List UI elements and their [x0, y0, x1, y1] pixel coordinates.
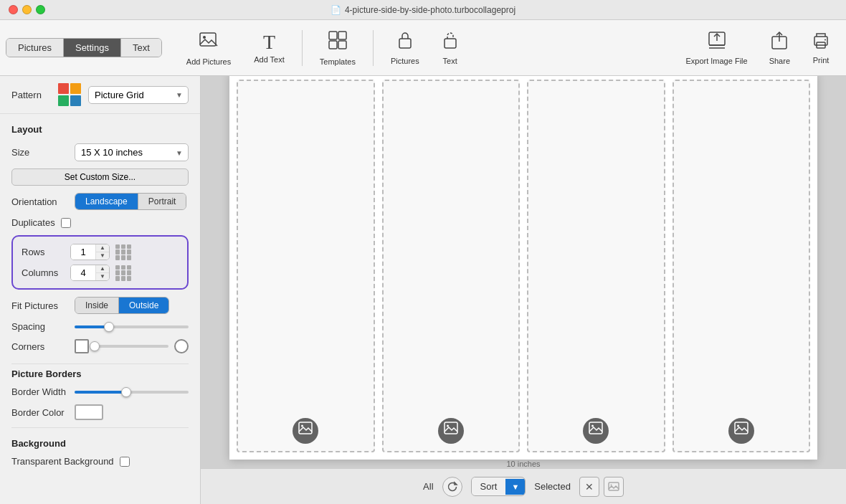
size-select-wrapper: 15 X 10 inches 10 X 8 inches 8 X 6 inche…	[75, 143, 189, 161]
cell-add-button-1[interactable]	[293, 418, 318, 444]
border-color-row: Border Color	[11, 404, 189, 420]
dimensions-label: 10 inches	[506, 460, 540, 468]
rows-increment[interactable]: ▲	[96, 244, 109, 252]
print-action[interactable]: Print	[802, 29, 840, 67]
share-label: Share	[769, 57, 790, 65]
text-lock-icon	[442, 31, 458, 54]
text-lock-label: Text	[443, 57, 457, 65]
svg-rect-25	[609, 482, 619, 490]
share-action[interactable]: Share	[759, 28, 800, 68]
background-title: Background	[11, 438, 189, 449]
close-button[interactable]	[9, 5, 18, 14]
selected-image-button[interactable]	[604, 477, 624, 497]
border-color-label: Border Color	[11, 407, 69, 418]
svg-rect-19	[445, 422, 457, 434]
all-label: All	[423, 481, 433, 492]
tab-text[interactable]: Text	[121, 39, 161, 57]
outside-button[interactable]: Outside	[119, 298, 168, 313]
transparent-label: Transparent Background	[11, 456, 114, 467]
templates-action[interactable]: Templates	[310, 27, 366, 69]
share-icon	[771, 31, 787, 54]
border-width-row: Border Width	[11, 386, 189, 397]
add-text-label: Add Text	[254, 55, 285, 64]
maximize-button[interactable]	[36, 5, 45, 14]
cell-add-button-3[interactable]	[583, 418, 609, 444]
corners-row: Corners	[11, 339, 189, 353]
spacing-label: Spacing	[11, 321, 69, 332]
fit-pictures-label: Fit Pictures	[11, 300, 69, 311]
border-width-thumb[interactable]	[121, 387, 131, 397]
rows-grid-icon[interactable]	[115, 244, 131, 260]
corners-thumb[interactable]	[90, 341, 100, 351]
add-text-icon: T	[263, 32, 275, 52]
columns-grid-icon[interactable]	[115, 265, 131, 281]
columns-decrement[interactable]: ▼	[96, 273, 109, 280]
size-select[interactable]: 15 X 10 inches 10 X 8 inches 8 X 6 inche…	[75, 143, 189, 161]
cell-add-icon-3	[589, 422, 603, 439]
window-title: 📄 4-picture-side-by-side-photo.turbocoll…	[331, 5, 515, 15]
cell-add-button-2[interactable]	[438, 418, 464, 444]
deselect-button[interactable]: ✕	[579, 477, 599, 497]
text-lock-action[interactable]: Text	[432, 28, 468, 68]
pictures-lock-label: Pictures	[391, 57, 419, 65]
templates-icon	[328, 30, 348, 54]
tab-pictures[interactable]: Pictures	[6, 39, 64, 57]
photo-cell-2[interactable]	[382, 80, 521, 452]
rows-row: Rows ▲ ▼	[22, 244, 179, 260]
main-content: Pattern Picture Grid Freestyle Photo Str…	[0, 76, 846, 504]
orientation-row: Orientation Landscape Portrait	[11, 193, 189, 210]
add-text-action[interactable]: T Add Text	[244, 29, 295, 67]
orientation-toggle-group: Landscape Portrait	[75, 193, 186, 210]
pictures-lock-icon	[397, 31, 413, 54]
spacing-thumb[interactable]	[104, 322, 114, 332]
duplicates-row: Duplicates	[11, 217, 189, 228]
columns-label: Columns	[22, 267, 65, 278]
export-label: Export Image File	[685, 57, 747, 65]
minimize-button[interactable]	[22, 5, 32, 14]
columns-input[interactable]	[71, 265, 95, 280]
rows-input[interactable]	[71, 244, 95, 260]
svg-point-1	[203, 36, 206, 39]
pictures-lock-action[interactable]: Pictures	[381, 28, 429, 68]
rows-decrement[interactable]: ▼	[96, 252, 109, 260]
svg-rect-4	[329, 41, 337, 49]
rows-label: Rows	[22, 247, 65, 257]
toolbar-right: Export Image File Share Pri	[675, 28, 840, 68]
svg-point-16	[824, 39, 826, 40]
photo-cell-1[interactable]	[237, 80, 375, 452]
orientation-label: Orientation	[11, 196, 69, 207]
layout-section: Layout Size 15 X 10 inches 10 X 8 inches…	[0, 114, 200, 481]
landscape-button[interactable]: Landscape	[75, 194, 138, 209]
add-pictures-icon	[199, 30, 219, 54]
corner-round-button[interactable]	[174, 339, 189, 353]
sort-button[interactable]: Sort	[472, 477, 506, 495]
portrait-button[interactable]: Portrait	[138, 194, 186, 209]
svg-rect-2	[329, 32, 337, 39]
pattern-row: Pattern Picture Grid Freestyle Photo Str…	[0, 76, 200, 114]
add-pictures-action[interactable]: Add Pictures	[176, 27, 241, 69]
rows-stepper-buttons: ▲ ▼	[95, 244, 109, 260]
border-width-label: Border Width	[11, 386, 69, 397]
photo-cell-4[interactable]	[672, 80, 811, 452]
custom-size-button[interactable]: Set Custom Size...	[11, 168, 189, 186]
refresh-button[interactable]	[442, 477, 462, 497]
selected-label: Selected	[534, 481, 571, 492]
pattern-select[interactable]: Picture Grid Freestyle Photo Strip	[88, 86, 189, 104]
templates-label: Templates	[320, 57, 356, 66]
duplicates-checkbox[interactable]	[61, 218, 71, 228]
photo-cell-3[interactable]	[527, 80, 665, 452]
export-action[interactable]: Export Image File	[675, 28, 757, 68]
inside-button[interactable]: Inside	[75, 298, 119, 313]
tab-settings[interactable]: Settings	[64, 39, 121, 57]
print-icon	[812, 32, 830, 53]
border-color-swatch[interactable]	[75, 404, 103, 420]
columns-increment[interactable]: ▲	[96, 265, 109, 273]
canvas-container: 10 inches	[201, 76, 846, 468]
transparent-checkbox[interactable]	[120, 457, 130, 467]
canvas-wrapper: 10 inches	[229, 76, 817, 468]
sort-dropdown-button[interactable]: ▼	[505, 479, 525, 495]
cell-add-button-4[interactable]	[728, 418, 754, 444]
title-bar: 📄 4-picture-side-by-side-photo.turbocoll…	[0, 0, 846, 20]
add-pictures-label: Add Pictures	[186, 57, 231, 66]
corner-square-button[interactable]	[75, 339, 89, 353]
